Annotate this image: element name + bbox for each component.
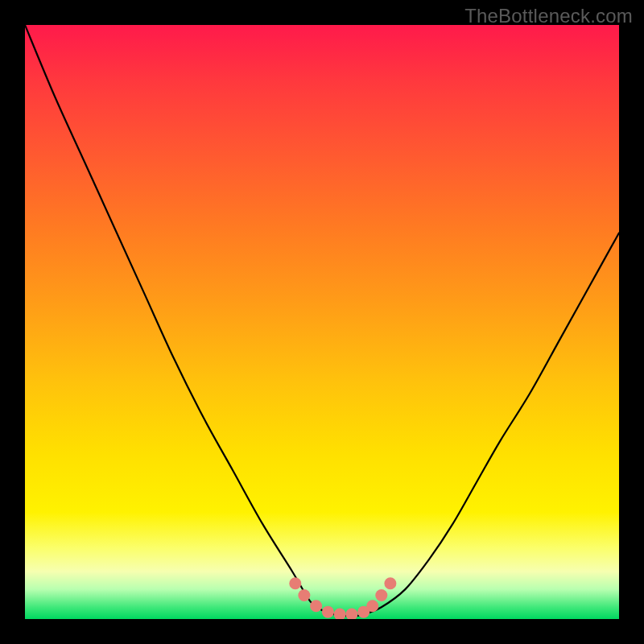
chart-frame: TheBottleneck.com (0, 0, 644, 644)
highlight-dot (334, 609, 346, 619)
highlight-dot (289, 577, 301, 589)
watermark-text: TheBottleneck.com (464, 5, 633, 27)
highlight-dot (384, 577, 396, 589)
highlight-dot (322, 606, 334, 618)
highlight-dot (345, 609, 357, 619)
highlight-dot (298, 589, 310, 601)
highlight-dot (310, 600, 322, 612)
highlight-dots (289, 577, 396, 619)
curve-layer (25, 25, 619, 619)
plot-area (25, 25, 619, 619)
bottleneck-curve (25, 25, 619, 616)
highlight-dot (366, 600, 378, 612)
highlight-dot (375, 589, 387, 601)
